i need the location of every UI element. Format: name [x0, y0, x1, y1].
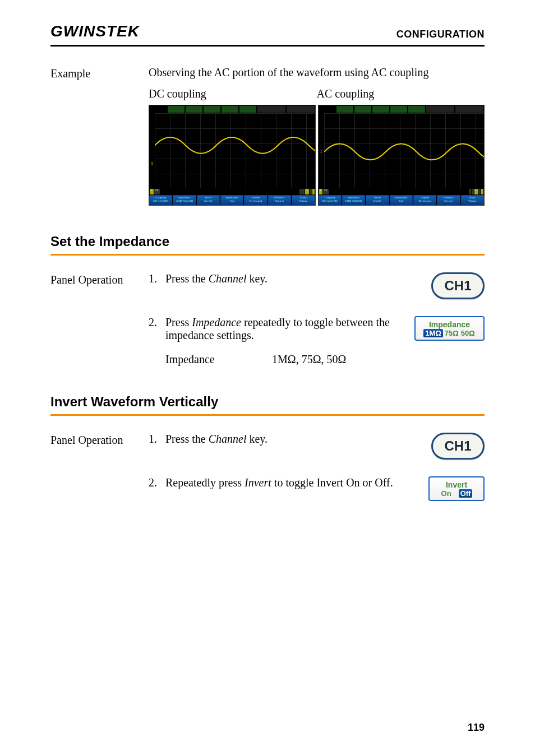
dc-scope: 1 1 5V 1: [149, 105, 316, 206]
impedance-table-label: Impedance: [165, 353, 272, 366]
menu-impedance: Impedance1MΩ 75Ω 50Ω: [342, 195, 365, 205]
step-text: Press Impedance repeatedly to toggle bet…: [165, 316, 412, 342]
step-text: Press the Channel key.: [165, 272, 412, 285]
page-number: 119: [468, 722, 485, 734]
section-invert-title: Invert Waveform Vertically: [50, 394, 485, 416]
scope-top-box: [408, 106, 425, 113]
impedance-soft-button: Impedance 1MΩ 75Ω 50Ω: [414, 316, 485, 341]
impedance-step-2: 2. Press Impedance repeatedly to toggle …: [149, 316, 485, 342]
scope-status-box: [310, 189, 312, 194]
waveform-ac: [324, 113, 485, 188]
scope-status-box: 5V: [154, 189, 160, 194]
waveform-dc: [155, 113, 315, 188]
menu-bandwidth: BandwidthFull: [220, 195, 243, 205]
coupling-headers: DC coupling AC coupling: [149, 87, 485, 100]
menu-probe: ProbeVoltage: [461, 195, 484, 205]
scope-top-box: [222, 106, 238, 113]
scope-status-box: 5V: [323, 189, 329, 194]
menu-invert: InvertOn Off: [197, 195, 220, 205]
impedance-opt-1m: 1MΩ: [423, 329, 442, 337]
menu-position: Position /Set to 0: [437, 195, 460, 205]
soft-button-options: On Off: [441, 489, 473, 498]
step-number: 2.: [149, 316, 165, 329]
logo: GWINSTEK: [50, 22, 140, 40]
step-number: 2.: [149, 476, 165, 489]
impedance-opt-50: 50Ω: [460, 329, 476, 337]
invert-opt-on: On: [441, 489, 452, 498]
scope-top-box: [372, 106, 389, 113]
scope-status-box: 1: [305, 189, 309, 194]
scope-time-box: [455, 106, 483, 113]
scope-top-box: [354, 106, 371, 113]
page-header: GWINSTEK CONFIGURATION: [50, 22, 485, 47]
scope-status-box: [469, 189, 471, 194]
step-number: 1.: [149, 272, 165, 285]
invert-opt-off: Off: [459, 489, 473, 498]
step-graphic: Invert On Off: [412, 476, 485, 501]
example-label: Example: [50, 66, 149, 206]
logo-text: GWINSTEK: [50, 22, 140, 40]
soft-button-title: Invert: [446, 480, 467, 489]
example-row: Example Observing the AC portion of the …: [50, 66, 485, 206]
invert-soft-button: Invert On Off: [428, 476, 485, 501]
step-graphic: CH1: [412, 272, 485, 299]
soft-button-options: 1MΩ 75Ω 50Ω: [423, 329, 475, 337]
screenshots: 1 1 5V 1: [149, 105, 485, 206]
dc-coupling-label: DC coupling: [149, 87, 317, 100]
invert-step-2: 2. Repeatedly press Invert to toggle Inv…: [149, 476, 485, 501]
scope-bottom: 1 5V 1 CouplingDC AC GND Impedance1MΩ 75…: [319, 188, 485, 205]
scope-top-box: [186, 106, 202, 113]
scope-status-box: [299, 189, 302, 194]
scope-top-box: [390, 106, 407, 113]
channel-button: CH1: [431, 433, 485, 460]
scope-status-box: [302, 189, 305, 194]
section-impedance-title: Set the Impedance: [50, 234, 485, 256]
scope-status-box: 1: [150, 189, 154, 194]
step-graphic: CH1: [412, 433, 485, 460]
menu-expand: ExpandBy Ground: [413, 195, 436, 205]
impedance-step-1: 1. Press the Channel key. CH1: [149, 272, 485, 299]
scope-status-box: [312, 189, 315, 194]
scope-status-box: 1: [474, 189, 478, 194]
scope-top-box: [168, 106, 185, 113]
scope-bottom: 1 5V 1 CouplingDC AC GND Impedance1MΩ 75…: [149, 188, 315, 205]
scope-menu: CouplingDC AC GND Impedance1MΩ 75Ω 50Ω I…: [319, 195, 485, 205]
invert-row: Panel Operation 1. Press the Channel key…: [50, 433, 485, 512]
menu-bandwidth: BandwidthFull: [390, 195, 413, 205]
channel-marker: 1: [149, 161, 155, 167]
scope-top-box: [239, 106, 256, 113]
channel-marker: 1: [319, 149, 324, 155]
menu-impedance: Impedance1MΩ 75Ω 50Ω: [173, 195, 196, 205]
menu-invert: InvertOn Off: [366, 195, 389, 205]
step-graphic: Impedance 1MΩ 75Ω 50Ω: [412, 316, 485, 341]
invert-step-1: 1. Press the Channel key. CH1: [149, 433, 485, 460]
scope-status-box: 1: [319, 189, 323, 194]
step-number: 1.: [149, 433, 165, 446]
menu-coupling: CouplingDC AC GND: [149, 195, 172, 205]
impedance-table: Impedance 1MΩ, 75Ω, 50Ω: [165, 353, 485, 366]
menu-expand: ExpandBy Ground: [244, 195, 267, 205]
step-text: Repeatedly press Invert to toggle Invert…: [165, 476, 412, 489]
scope-top-bar: [149, 105, 315, 113]
ac-coupling-label: AC coupling: [317, 87, 485, 100]
menu-probe: ProbeVoltage: [292, 195, 315, 205]
panel-operation-label: Panel Operation: [50, 272, 149, 366]
scope-menu: CouplingDC AC GND Impedance1MΩ 75Ω 50Ω I…: [149, 195, 315, 205]
scope-time-box: [287, 106, 315, 113]
menu-coupling: CouplingDC AC GND: [319, 195, 342, 205]
impedance-row: Panel Operation 1. Press the Channel key…: [50, 272, 485, 366]
step-text: Press the Channel key.: [165, 433, 412, 446]
ac-scope: 1 1 5V 1: [318, 105, 485, 206]
scope-top-box: [204, 106, 220, 113]
impedance-opt-75: 75Ω: [444, 329, 459, 337]
example-content: Observing the AC portion of the waveform…: [149, 66, 485, 206]
scope-status-box: [472, 189, 474, 194]
example-description: Observing the AC portion of the waveform…: [149, 66, 485, 79]
panel-operation-label: Panel Operation: [50, 433, 149, 512]
channel-button: CH1: [431, 272, 485, 299]
soft-button-title: Impedance: [429, 320, 470, 329]
invert-content: 1. Press the Channel key. CH1 2. Repeate…: [149, 433, 485, 512]
scope-top-box: [336, 106, 353, 113]
impedance-table-value: 1MΩ, 75Ω, 50Ω: [272, 353, 346, 366]
scope-trig-box: [257, 106, 285, 113]
